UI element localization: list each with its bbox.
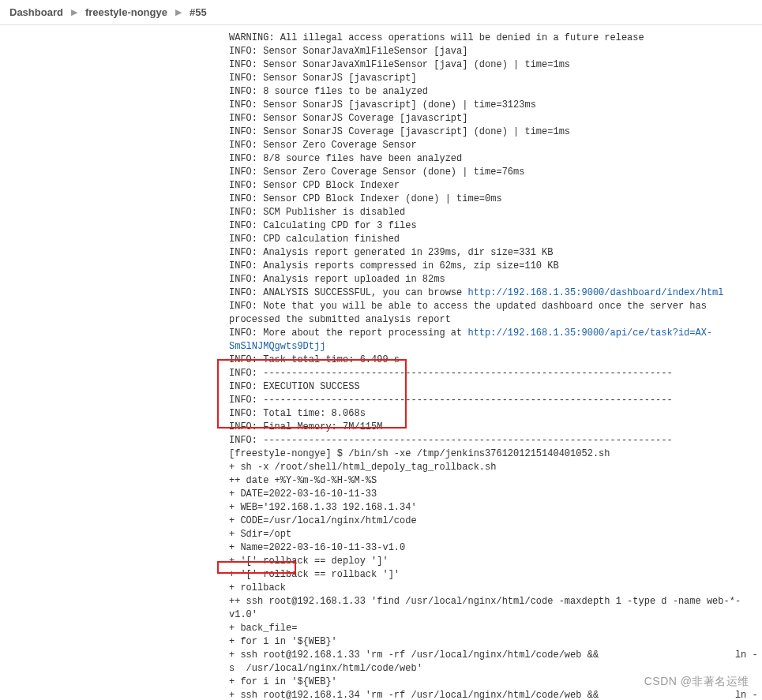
console-line: + '[' rollback == deploy ']' [229,555,762,568]
dashboard-url-link[interactable]: http://192.168.1.35:9000/dashboard/index… [467,287,723,298]
watermark-text: CSDN @非著名运维 [644,675,749,689]
console-line: + back_file= [229,622,762,635]
console-line: INFO: Sensor SonarJS Coverage [javascrip… [229,112,762,125]
console-line: INFO: Analysis report uploaded in 82ms [229,273,762,286]
console-line: INFO: Calculating CPD for 3 files [229,219,762,233]
console-line: + CODE=/usr/local/nginx/html/code [229,515,762,528]
console-line: + rollback [229,582,762,595]
breadcrumb-separator-icon: ▶ [175,7,182,17]
console-line: INFO: Sensor CPD Block Indexer [229,179,762,193]
console-line: INFO: Sensor Zero Coverage Sensor [229,139,762,152]
console-line: + Name=2022-03-16-10-11-33-v1.0 [229,541,762,555]
console-line: INFO: 8/8 source files have been analyze… [229,152,762,166]
console-line: [freestyle-nongye] $ /bin/sh -xe /tmp/je… [229,447,762,461]
console-line: INFO: ----------------------------------… [229,367,762,380]
console-line: + '[' rollback == rollback ']' [229,568,762,582]
console-line: + WEB='192.168.1.33 192.168.1.34' [229,501,762,515]
console-line: + Sdir=/opt [229,528,762,541]
breadcrumb-separator-icon: ▶ [71,7,77,17]
breadcrumb-project-link[interactable]: freestyle-nongye [85,6,167,18]
console-line: + sh -x /root/shell/html_depoly_tag_roll… [229,461,762,474]
console-line: INFO: ----------------------------------… [229,394,762,407]
console-line: INFO: Sensor SonarJS [javascript] [229,72,762,85]
console-line: INFO: CPD calculation finished [229,233,762,246]
console-line: INFO: EXECUTION SUCCESS [229,380,762,394]
console-line: ++ date +%Y-%m-%d-%H-%M-%S [229,474,762,488]
console-line: INFO: Final Memory: 7M/115M [229,421,762,434]
console-line: + ssh root@192.168.1.34 'rm -rf /usr/loc… [229,689,762,700]
console-line: INFO: More about the report processing a… [229,327,762,354]
breadcrumb-dashboard-link[interactable]: Dashboard [9,6,63,18]
console-line: INFO: Note that you will be able to acce… [229,300,762,327]
console-line: INFO: Sensor SonarJavaXmlFileSensor [jav… [229,45,762,58]
breadcrumb-build-link[interactable]: #55 [190,6,207,18]
console-line: + for i in '${WEB}' [229,635,762,649]
console-line: ++ ssh root@192.168.1.33 'find /usr/loca… [229,595,762,622]
console-line: + DATE=2022-03-16-10-11-33 [229,488,762,501]
console-text: INFO: ANALYSIS SUCCESSFUL, you can brows… [229,287,467,298]
console-line: INFO: 8 source files to be analyzed [229,85,762,99]
console-line: INFO: Analysis report generated in 239ms… [229,246,762,260]
console-line: INFO: Analysis reports compressed in 62m… [229,260,762,273]
console-line: INFO: Sensor SonarJS Coverage [javascrip… [229,125,762,139]
console-line: + ssh root@192.168.1.33 'rm -rf /usr/loc… [229,649,762,676]
console-line: INFO: ANALYSIS SUCCESSFUL, you can brows… [229,286,762,300]
console-line: INFO: Sensor SonarJS [javascript] (done)… [229,99,762,112]
console-line: INFO: Sensor SonarJavaXmlFileSensor [jav… [229,58,762,72]
console-text: INFO: More about the report processing a… [229,328,467,339]
console-line: INFO: Sensor CPD Block Indexer (done) | … [229,193,762,206]
console-output: WARNING: All illegal access operations w… [0,25,762,700]
console-line: INFO: Sensor Zero Coverage Sensor (done)… [229,166,762,179]
console-line: INFO: ----------------------------------… [229,434,762,447]
console-line: INFO: Task total time: 6.499 s [229,354,762,367]
console-line: WARNING: All illegal access operations w… [229,32,762,45]
console-line: INFO: SCM Publisher is disabled [229,206,762,219]
console-line: INFO: Total time: 8.068s [229,407,762,421]
breadcrumb: Dashboard ▶ freestyle-nongye ▶ #55 [0,0,762,25]
